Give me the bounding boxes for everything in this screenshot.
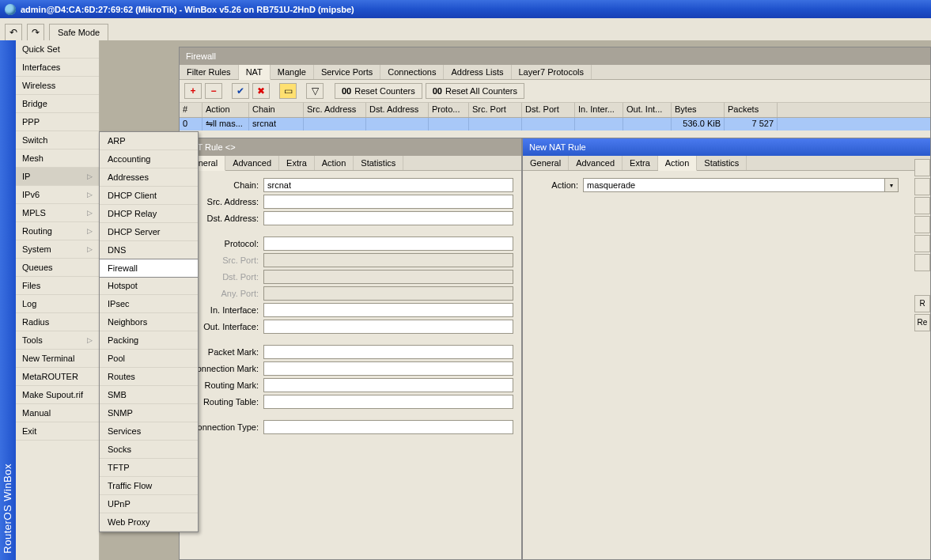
menu-item-system[interactable]: System▷ <box>16 240 99 259</box>
menu-item-switch[interactable]: Switch <box>16 131 99 149</box>
tab-filter-rules[interactable]: Filter Rules <box>180 65 239 79</box>
col-header[interactable]: In. Inter... <box>575 103 623 117</box>
tab-connections[interactable]: Connections <box>380 65 444 79</box>
submenu-item-addresses[interactable]: Addresses <box>100 168 198 187</box>
nat-tab-advanced[interactable]: Advanced <box>225 156 279 170</box>
submenu-item-pool[interactable]: Pool <box>100 350 198 368</box>
side-button-r[interactable]: R <box>914 295 930 312</box>
col-header[interactable]: Src. Address <box>304 103 366 117</box>
submenu-item-neighbors[interactable]: Neighbors <box>100 313 198 331</box>
menu-item-exit[interactable]: Exit <box>16 422 99 441</box>
submenu-item-snmp[interactable]: SNMP <box>100 404 198 422</box>
connection-mark-input[interactable] <box>263 361 513 376</box>
tab-layer7-protocols[interactable]: Layer7 Protocols <box>512 65 592 79</box>
submenu-item-dhcp-relay[interactable]: DHCP Relay <box>100 205 198 223</box>
newnat-tab-advanced[interactable]: Advanced <box>569 156 623 170</box>
col-header[interactable]: Out. Int... <box>623 103 672 117</box>
src-address-input[interactable] <box>263 195 513 209</box>
submenu-item-smb[interactable]: SMB <box>100 386 198 404</box>
submenu-item-services[interactable]: Services <box>100 422 198 441</box>
col-header[interactable]: Bytes <box>672 103 725 117</box>
side-button-4[interactable] <box>914 216 930 233</box>
tab-address-lists[interactable]: Address Lists <box>444 65 511 79</box>
newnat-tab-statistics[interactable]: Statistics <box>697 156 747 170</box>
submenu-item-packing[interactable]: Packing <box>100 331 198 350</box>
col-header[interactable]: Packets <box>725 103 778 117</box>
filter-button[interactable]: ▽ <box>306 83 324 99</box>
protocol-input[interactable] <box>263 236 513 251</box>
nat-tab-extra[interactable]: Extra <box>279 156 315 170</box>
menu-item-manual[interactable]: Manual <box>16 404 99 422</box>
menu-item-mesh[interactable]: Mesh <box>16 149 99 168</box>
menu-item-interfaces[interactable]: Interfaces <box>16 59 99 77</box>
newnat-tab-general[interactable]: General <box>523 156 569 170</box>
menu-item-make-supout.rif[interactable]: Make Supout.rif <box>16 386 99 404</box>
menu-item-queues[interactable]: Queues <box>16 259 99 277</box>
col-header[interactable]: Dst. Address <box>366 103 429 117</box>
dst-address-input[interactable] <box>263 211 513 225</box>
submenu-item-dhcp-client[interactable]: DHCP Client <box>100 187 198 205</box>
menu-item-bridge[interactable]: Bridge <box>16 95 99 113</box>
menu-item-log[interactable]: Log <box>16 295 99 313</box>
action-dropdown-icon[interactable]: ▾ <box>884 178 899 192</box>
grid-row[interactable]: 0⇋ll mas...srcnat536.0 KiB7 527 <box>180 118 930 131</box>
out-interface-input[interactable] <box>263 320 513 334</box>
col-header[interactable]: # <box>180 103 202 117</box>
submenu-item-firewall[interactable]: Firewall <box>99 259 199 278</box>
tab-nat[interactable]: NAT <box>239 65 271 80</box>
undo-button[interactable]: ↶ <box>5 24 22 41</box>
side-button-3[interactable] <box>914 197 930 214</box>
chain-input[interactable] <box>263 178 513 192</box>
submenu-item-accounting[interactable]: Accounting <box>100 150 198 168</box>
submenu-item-dns[interactable]: DNS <box>100 241 198 259</box>
routing-table-input[interactable] <box>263 395 513 409</box>
menu-item-ppp[interactable]: PPP <box>16 113 99 131</box>
submenu-item-socks[interactable]: Socks <box>100 441 198 459</box>
col-header[interactable]: Chain <box>249 103 304 117</box>
menu-item-new-terminal[interactable]: New Terminal <box>16 350 99 368</box>
submenu-item-hotspot[interactable]: Hotspot <box>100 277 198 295</box>
side-button-2[interactable] <box>914 178 930 195</box>
submenu-item-upnp[interactable]: UPnP <box>100 495 198 513</box>
newnat-tab-action[interactable]: Action <box>658 156 698 171</box>
side-button-5[interactable] <box>914 235 930 252</box>
packet-mark-input[interactable] <box>263 345 513 359</box>
menu-item-ip[interactable]: IP▷ <box>16 168 99 186</box>
add-button[interactable]: + <box>184 83 202 99</box>
submenu-item-ipsec[interactable]: IPsec <box>100 295 198 313</box>
col-header[interactable]: Src. Port <box>469 103 522 117</box>
connection-type-input[interactable] <box>263 420 513 434</box>
side-button-1[interactable] <box>914 159 930 176</box>
safe-mode-button[interactable]: Safe Mode <box>49 24 108 41</box>
menu-item-routing[interactable]: Routing▷ <box>16 222 99 240</box>
in-interface-input[interactable] <box>263 303 513 317</box>
routing-mark-input[interactable] <box>263 378 513 392</box>
col-header[interactable]: Proto... <box>429 103 469 117</box>
nat-tab-action[interactable]: Action <box>315 156 354 170</box>
tab-service-ports[interactable]: Service Ports <box>314 65 380 79</box>
redo-button[interactable]: ↷ <box>27 24 44 41</box>
comment-button[interactable]: ▭ <box>279 83 297 99</box>
newnat-tab-extra[interactable]: Extra <box>623 156 658 170</box>
enable-button[interactable]: ✔ <box>232 83 249 99</box>
nat-tab-statistics[interactable]: Statistics <box>354 156 403 170</box>
tab-mangle[interactable]: Mangle <box>271 65 314 79</box>
submenu-item-traffic-flow[interactable]: Traffic Flow <box>100 477 198 495</box>
submenu-item-web-proxy[interactable]: Web Proxy <box>100 513 198 532</box>
submenu-item-arp[interactable]: ARP <box>100 132 198 150</box>
remove-button[interactable]: − <box>205 83 222 99</box>
reset-counters-button[interactable]: 00 Reset Counters <box>335 83 422 99</box>
side-button-re[interactable]: Re <box>914 314 930 331</box>
menu-item-wireless[interactable]: Wireless <box>16 77 99 95</box>
disable-button[interactable]: ✖ <box>252 83 270 99</box>
reset-all-counters-button[interactable]: 00 Reset All Counters <box>426 83 524 99</box>
menu-item-tools[interactable]: Tools▷ <box>16 331 99 350</box>
submenu-item-routes[interactable]: Routes <box>100 368 198 386</box>
menu-item-ipv6[interactable]: IPv6▷ <box>16 186 99 204</box>
action-select[interactable] <box>583 178 885 192</box>
menu-item-mpls[interactable]: MPLS▷ <box>16 204 99 222</box>
submenu-item-dhcp-server[interactable]: DHCP Server <box>100 223 198 241</box>
side-button-6[interactable] <box>914 254 930 271</box>
menu-item-metarouter[interactable]: MetaROUTER <box>16 368 99 386</box>
col-header[interactable]: Action <box>202 103 249 117</box>
